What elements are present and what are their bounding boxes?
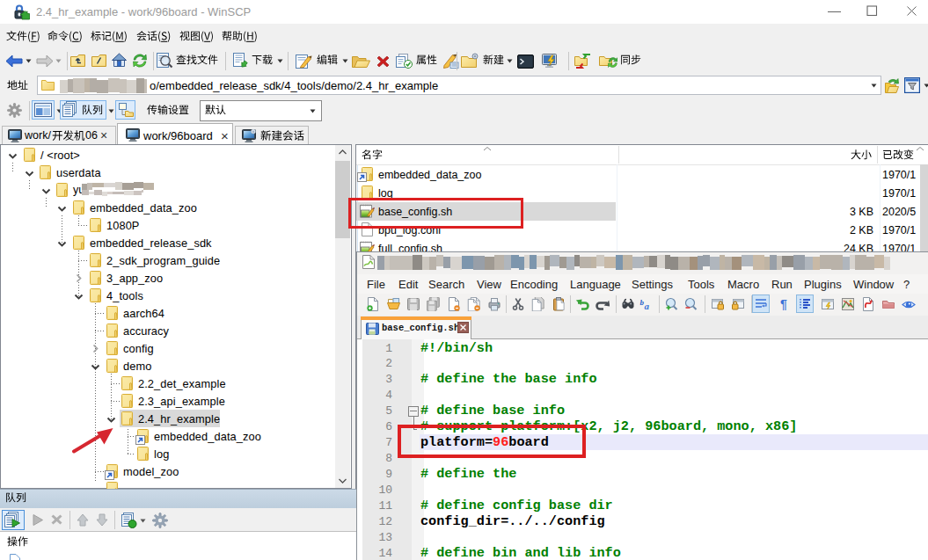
svg-text:a: a — [645, 301, 650, 311]
svg-text:¶: ¶ — [780, 297, 787, 311]
